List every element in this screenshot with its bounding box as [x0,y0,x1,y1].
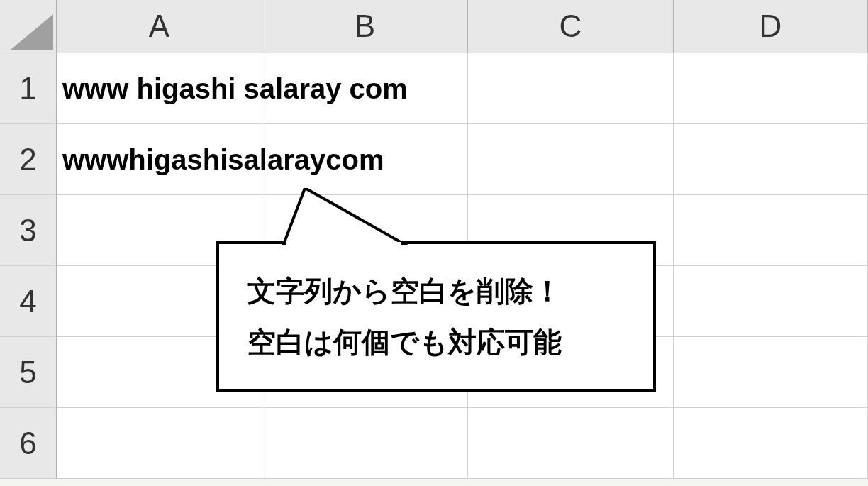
speech-callout: 文字列から空白を削除！ 空白は何個でも対応可能 [216,241,656,392]
column-header-c[interactable]: C [468,0,674,53]
row-header-2[interactable]: 2 [0,124,57,195]
cell-a1[interactable]: www higashi salaray com [57,53,262,124]
column-header-d[interactable]: D [674,0,868,53]
cell-a2[interactable]: wwwhigashisalaraycom [57,124,262,195]
cell-d1[interactable] [674,53,868,124]
cell-d4[interactable] [674,266,868,337]
spreadsheet-grid: A B C D 1 www higashi salaray com 2 wwwh… [0,0,868,479]
cell-a6[interactable] [57,408,262,479]
row-header-5[interactable]: 5 [0,337,57,408]
cell-c1[interactable] [468,53,674,124]
callout-pointer-icon [277,188,418,245]
cell-d5[interactable] [674,337,868,408]
callout-box: 文字列から空白を削除！ 空白は何個でも対応可能 [216,241,656,392]
cell-d2[interactable] [674,124,868,195]
cell-d6[interactable] [674,408,868,479]
column-header-a[interactable]: A [57,0,262,53]
svg-marker-0 [284,188,404,244]
cell-b6[interactable] [262,408,468,479]
row-header-1[interactable]: 1 [0,53,57,124]
cell-a1-text: www higashi salaray com [62,72,408,104]
callout-line-1: 文字列から空白を削除！ [247,265,625,316]
cell-d3[interactable] [674,195,868,266]
row-header-3[interactable]: 3 [0,195,57,266]
row-header-6[interactable]: 6 [0,408,57,479]
svg-marker-1 [286,242,401,245]
cell-c2[interactable] [468,124,674,195]
row-header-4[interactable]: 4 [0,266,57,337]
column-header-b[interactable]: B [262,0,468,53]
cell-c6[interactable] [468,408,674,479]
select-all-corner[interactable] [0,0,57,53]
cell-a2-text: wwwhigashisalaraycom [62,143,384,175]
callout-line-2: 空白は何個でも対応可能 [247,316,625,368]
